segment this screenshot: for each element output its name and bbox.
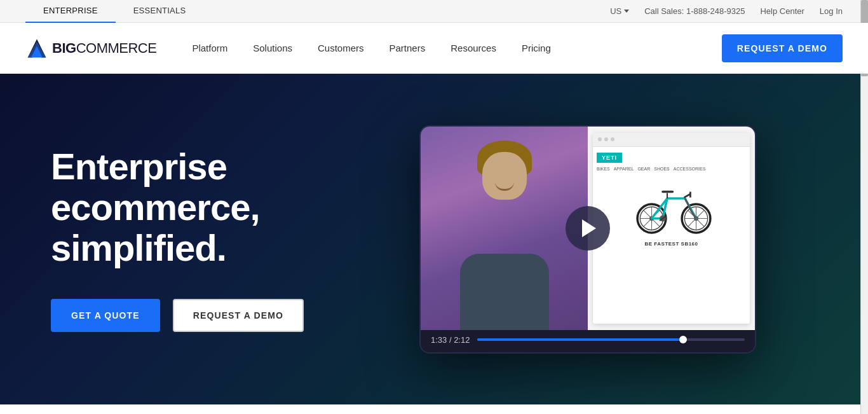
- video-progress-fill: [477, 338, 683, 341]
- video-inner: YETI BIKES APPAREL GEAR SHOES ACCESSORIE…: [421, 127, 755, 330]
- request-demo-button[interactable]: REQUEST A DEMO: [722, 34, 843, 62]
- bigcommerce-logo-icon: [25, 37, 48, 60]
- product-image-area: [597, 176, 746, 238]
- product-browser: YETI BIKES APPAREL GEAR SHOES ACCESSORIE…: [593, 133, 750, 324]
- login-link[interactable]: Log In: [820, 6, 843, 16]
- tab-essentials[interactable]: ESSENTIALS: [116, 0, 204, 23]
- nav-solutions[interactable]: Solutions: [243, 38, 302, 59]
- logo-big: BIG: [52, 40, 76, 56]
- region-label: US: [610, 6, 621, 16]
- nav-partners[interactable]: Partners: [379, 38, 436, 59]
- hero-headline: Enterprise ecommerce, simplified.: [51, 146, 381, 268]
- nav-apparel: APPAREL: [614, 167, 634, 171]
- hero-content: Enterprise ecommerce, simplified. GET A …: [51, 146, 381, 331]
- nav-resources[interactable]: Resources: [440, 38, 506, 59]
- top-bar-tabs: ENTERPRISE ESSENTIALS: [25, 0, 203, 23]
- nav-customers[interactable]: Customers: [308, 38, 374, 59]
- chevron-down-icon: [624, 10, 629, 13]
- nav-pricing[interactable]: Pricing: [512, 38, 561, 59]
- video-controls: 1:33 / 2:12: [421, 330, 755, 352]
- person-face: [482, 152, 527, 200]
- top-bar-right: US Call Sales: 1-888-248-9325 Help Cente…: [610, 6, 843, 16]
- browser-content: YETI BIKES APPAREL GEAR SHOES ACCESSORIE…: [593, 147, 750, 251]
- person-body: [460, 254, 549, 330]
- logo[interactable]: BIGCOMMERCE: [25, 37, 156, 60]
- get-quote-button[interactable]: GET A QUOTE: [51, 299, 160, 332]
- browser-dot-1: [598, 137, 602, 141]
- nav-bikes: BIKES: [597, 167, 610, 171]
- person-silhouette: [421, 127, 588, 330]
- person-smile: [495, 182, 514, 191]
- video-progress-bar[interactable]: [477, 338, 745, 341]
- nav-gear: GEAR: [637, 167, 650, 171]
- video-product: YETI BIKES APPAREL GEAR SHOES ACCESSORIE…: [588, 127, 755, 330]
- region-selector[interactable]: US: [610, 6, 629, 16]
- nav-links: Platform Solutions Customers Partners Re…: [156, 38, 721, 59]
- play-icon: [582, 219, 596, 237]
- video-progress-thumb: [679, 336, 687, 343]
- yeti-brand-logo: YETI: [597, 153, 622, 163]
- play-button[interactable]: [566, 206, 610, 251]
- nav-shoes: SHOES: [654, 167, 670, 171]
- logo-commerce: COMMERCE: [76, 40, 157, 56]
- video-person: [421, 127, 588, 330]
- product-caption: BE FASTEST SB160: [597, 241, 746, 247]
- request-demo-outline-button[interactable]: REQUEST A DEMO: [173, 299, 304, 332]
- main-nav: BIGCOMMERCE Platform Solutions Customers…: [0, 23, 868, 74]
- video-time: 1:33 / 2:12: [431, 335, 470, 345]
- tab-enterprise[interactable]: ENTERPRISE: [25, 0, 116, 23]
- top-bar: ENTERPRISE ESSENTIALS US Call Sales: 1-8…: [0, 0, 868, 23]
- browser-nav-bar: BIKES APPAREL GEAR SHOES ACCESSORIES: [597, 167, 746, 171]
- browser-dot-3: [611, 137, 614, 141]
- logo-text: BIGCOMMERCE: [52, 40, 156, 57]
- nav-actions: REQUEST A DEMO: [722, 34, 843, 62]
- hero-section: Enterprise ecommerce, simplified. GET A …: [0, 74, 868, 404]
- hero-buttons: GET A QUOTE REQUEST A DEMO: [51, 299, 381, 332]
- hero-video: YETI BIKES APPAREL GEAR SHOES ACCESSORIE…: [419, 125, 756, 354]
- phone-link[interactable]: Call Sales: 1-888-248-9325: [644, 6, 745, 16]
- nav-platform[interactable]: Platform: [182, 38, 238, 59]
- bike-image: [627, 179, 716, 236]
- browser-header: [593, 133, 750, 147]
- browser-dot-2: [604, 137, 608, 141]
- video-container: YETI BIKES APPAREL GEAR SHOES ACCESSORIE…: [419, 125, 756, 354]
- nav-accessories: ACCESSORIES: [674, 167, 706, 171]
- help-center-link[interactable]: Help Center: [760, 6, 804, 16]
- svg-line-19: [684, 194, 690, 198]
